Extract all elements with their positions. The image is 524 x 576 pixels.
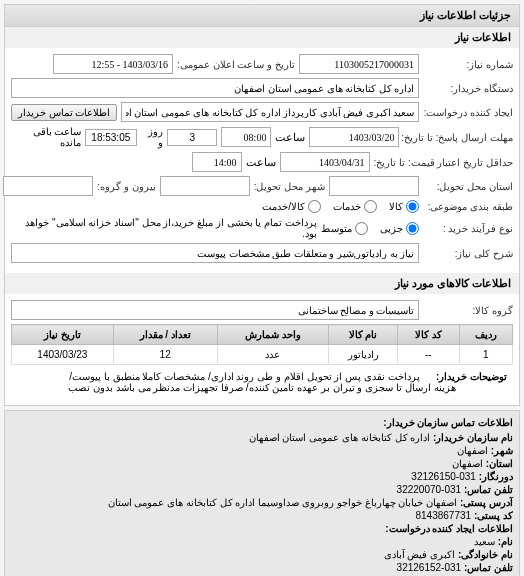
panel-header: جزئیات اطلاعات نیاز (5, 5, 519, 27)
c-province-value: اصفهان (452, 458, 483, 469)
contact-panel: اطلاعات تماس سازمان خریدار: نام سازمان خ… (4, 410, 520, 576)
contact-info-button[interactable]: اطلاعات تماس خریدار (11, 104, 117, 121)
contact-phone-value: 031-32126152 (397, 562, 462, 573)
group-field-input[interactable] (11, 300, 419, 320)
request-no-input[interactable] (299, 54, 419, 74)
org-value: اداره کل کتابخانه های عمومی استان اصفهان (249, 432, 431, 443)
city-label: شهر محل تحویل: (254, 181, 325, 192)
group-label: بیرون و گروه: (97, 181, 155, 192)
address-value: اصفهان خیابان چهارباغ خواجو روبروی صداوس… (108, 497, 458, 508)
validity-time-label: ساعت (246, 156, 276, 169)
table-cell: 1403/03/23 (12, 345, 114, 365)
pack-label: طبقه بندی موضوعی: (423, 201, 513, 212)
contact-phone-label: تلفن تماس: (464, 562, 513, 573)
desc-input[interactable] (11, 243, 419, 263)
remaining-day-label: روز و (141, 126, 163, 148)
radio-jozi[interactable]: جزیی (380, 222, 419, 235)
radio-kala-khadamat[interactable]: کالا/خدمت (262, 200, 321, 213)
table-cell: 12 (113, 345, 217, 365)
validity-label: حداقل تاریخ اعتبار قیمت: تا تاریخ: (374, 157, 513, 168)
validity-date-input[interactable] (280, 152, 370, 172)
validity-time-input[interactable] (192, 152, 242, 172)
contact-title: اطلاعات تماس سازمان خریدار: (11, 417, 513, 428)
city-input[interactable] (160, 176, 250, 196)
buyer-label: دستگاه خریدار: (423, 83, 513, 94)
req-creator-label: اطلاعات ایجاد کننده درخواست: (385, 523, 513, 534)
creator-label: ایجاد کننده درخواست: (423, 107, 513, 118)
org-label: نام سازمان خریدار: (433, 432, 513, 443)
table-header: تعداد / مقدار (113, 325, 217, 345)
table-header: نام کالا (329, 325, 398, 345)
buyer-input[interactable] (11, 78, 419, 98)
table-cell: -- (398, 345, 460, 365)
goods-table: ردیفکد کالانام کالاواحد شمارشتعداد / مقد… (11, 324, 513, 365)
deadline-time-label: ساعت (275, 131, 305, 144)
buy-note: پرداخت تمام یا بخشی از مبلغ خرید،از محل … (11, 217, 317, 239)
creator-input[interactable] (121, 102, 419, 122)
group-input[interactable] (3, 176, 93, 196)
table-header: ردیف (459, 325, 512, 345)
table-row[interactable]: 1--رادیاتورعدد121403/03/23 (12, 345, 513, 365)
remaining-time: 18:53:05 (85, 129, 137, 146)
table-header: تاریخ نیاز (12, 325, 114, 345)
phone-value: 031-32220070 (397, 484, 462, 495)
family-label: نام خانوادگی: (458, 549, 513, 560)
buy-type-label: نوع فرآیند خرید : (423, 223, 513, 234)
postal-label: کد پستی: (474, 510, 513, 521)
table-header: کد کالا (398, 325, 460, 345)
explain-text: پرداخت نقدی پس از تحویل اقلام و طی روند … (17, 371, 507, 393)
fax-label: دورنگار: (479, 471, 513, 482)
remaining-label: ساعت باقی مانده (11, 126, 81, 148)
table-cell: عدد (217, 345, 329, 365)
name-value: سعید (474, 536, 495, 547)
c-city-label: شهر: (491, 445, 513, 456)
deadline-date-input[interactable] (309, 127, 399, 147)
c-city-value: اصفهان (457, 445, 488, 456)
announce-label: تاریخ و ساعت اعلان عمومی: (177, 59, 295, 70)
radio-kala[interactable]: کالا (389, 200, 419, 213)
form-section-title: اطلاعات نیاز (5, 27, 519, 48)
request-no-label: شماره نیاز: (423, 59, 513, 70)
location-label: استان محل تحویل: (423, 181, 513, 192)
announce-input[interactable] (53, 54, 173, 74)
goods-section-title: اطلاعات کالاهای مورد نیاز (5, 273, 519, 294)
radio-khadamat[interactable]: خدمات (333, 200, 377, 213)
group-field-label: گروه کالا: (423, 305, 513, 316)
location-input[interactable] (329, 176, 419, 196)
desc-label: شرح کلی نیاز: (423, 248, 513, 259)
c-province-label: استان: (486, 458, 513, 469)
table-header: واحد شمارش (217, 325, 329, 345)
radio-motavasset[interactable]: متوسط (321, 222, 368, 235)
fax-value: 031-32126150 (411, 471, 476, 482)
address-label: آدرس پستی: (460, 497, 513, 508)
explain-label: توضیحات خریدار: (436, 371, 507, 382)
deadline-label: مهلت ارسال پاسخ: تا تاریخ: (403, 132, 513, 143)
name-label: نام: (498, 536, 513, 547)
table-cell: رادیاتور (329, 345, 398, 365)
phone-label: تلفن تماس: (464, 484, 513, 495)
family-value: اکبری فیض آبادی (384, 549, 456, 560)
postal-value: 8143867731 (415, 510, 471, 521)
remaining-days: 3 (167, 129, 217, 146)
deadline-time-input[interactable] (221, 127, 271, 147)
table-cell: 1 (459, 345, 512, 365)
